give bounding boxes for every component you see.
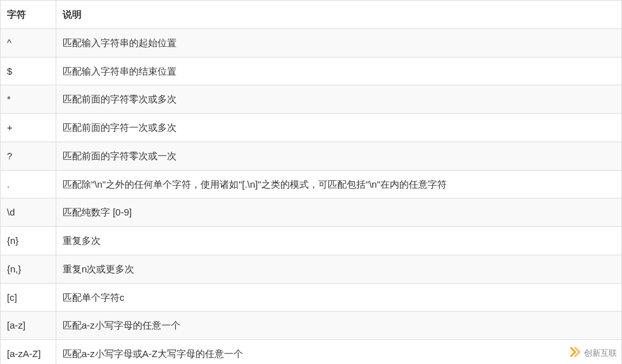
cell-desc: 匹配前面的字符零次或一次 <box>56 142 622 170</box>
cell-desc: 匹配前面的字符一次或多次 <box>56 114 622 142</box>
cell-desc: 匹配a-z小写字母的任意一个 <box>56 312 622 340</box>
table-row: \d 匹配纯数字 [0-9] <box>1 198 622 227</box>
cell-char: [a-zA-Z] <box>1 340 56 365</box>
cell-char: [a-z] <box>1 312 56 340</box>
cell-char: \d <box>1 198 56 227</box>
cell-desc: 匹配输入字符串的起始位置 <box>56 28 622 57</box>
table-header-row: 字符 说明 <box>1 1 622 29</box>
header-char: 字符 <box>1 1 56 29</box>
cell-char: * <box>1 85 56 114</box>
table-row: + 匹配前面的字符一次或多次 <box>1 114 622 142</box>
table-row: {n,} 重复n次或更多次 <box>1 255 622 283</box>
cell-char: {n} <box>1 227 56 255</box>
cell-char: + <box>1 114 56 142</box>
cell-desc: 匹配纯数字 [0-9] <box>56 198 622 227</box>
table-row: ? 匹配前面的字符零次或一次 <box>1 142 622 170</box>
cell-char: $ <box>1 57 56 85</box>
cell-char: {n,} <box>1 255 56 283</box>
cell-char: ? <box>1 142 56 170</box>
table-row: [a-z] 匹配a-z小写字母的任意一个 <box>1 312 622 340</box>
table-row: * 匹配前面的字符零次或多次 <box>1 85 622 114</box>
table-row: $ 匹配输入字符串的结束位置 <box>1 57 622 85</box>
cell-char: . <box>1 170 56 198</box>
table-row: ^ 匹配输入字符串的起始位置 <box>1 28 622 57</box>
cell-char: ^ <box>1 28 56 57</box>
table-row: [c] 匹配单个字符c <box>1 283 622 312</box>
table-row: . 匹配除"\n"之外的任何单个字符，使用诸如"[.\n]"之类的模式，可匹配包… <box>1 170 622 198</box>
table-row: [a-zA-Z] 匹配a-z小写字母或A-Z大写字母的任意一个 <box>1 340 622 365</box>
cell-desc: 匹配除"\n"之外的任何单个字符，使用诸如"[.\n]"之类的模式，可匹配包括"… <box>56 170 622 198</box>
table-row: {n} 重复多次 <box>1 227 622 255</box>
table-body: ^ 匹配输入字符串的起始位置 $ 匹配输入字符串的结束位置 * 匹配前面的字符零… <box>1 28 622 364</box>
cell-char: [c] <box>1 283 56 312</box>
regex-table: 字符 说明 ^ 匹配输入字符串的起始位置 $ 匹配输入字符串的结束位置 * 匹配… <box>0 0 622 364</box>
cell-desc: 匹配输入字符串的结束位置 <box>56 57 622 85</box>
cell-desc: 匹配a-z小写字母或A-Z大写字母的任意一个 <box>56 340 622 365</box>
cell-desc: 重复多次 <box>56 227 622 255</box>
cell-desc: 重复n次或更多次 <box>56 255 622 283</box>
header-desc: 说明 <box>56 1 622 29</box>
cell-desc: 匹配单个字符c <box>56 283 622 312</box>
cell-desc: 匹配前面的字符零次或多次 <box>56 85 622 114</box>
